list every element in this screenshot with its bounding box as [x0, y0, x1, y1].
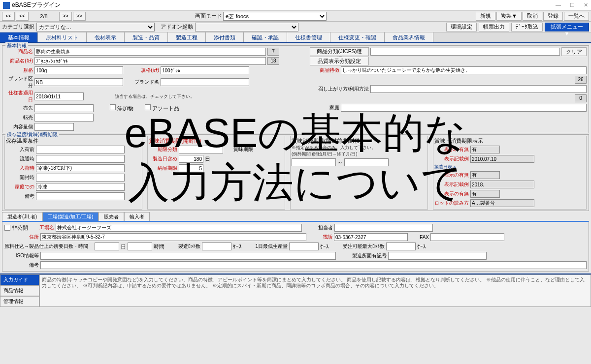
basic-legend: 基本情報	[5, 42, 28, 49]
class-input[interactable]	[370, 48, 560, 56]
make-from-input[interactable]	[179, 155, 203, 163]
tab-process[interactable]: 製造工程	[168, 32, 206, 42]
env-button[interactable]: 環境設定	[446, 23, 477, 31]
main-tabs: 基本情報 原材料リスト 包材表示 製造・品質 製造工程 添付書類 確認・承認 仕…	[0, 32, 591, 43]
private-checkbox[interactable]	[4, 225, 10, 231]
app-icon	[3, 2, 10, 9]
mid-legend: 賞味消費期限(開封前)	[149, 138, 201, 144]
home-input[interactable]	[36, 183, 125, 191]
product-kana-input[interactable]	[34, 57, 266, 65]
spec-input[interactable]	[34, 66, 123, 74]
cook-count: 0	[575, 94, 587, 102]
tab-spec[interactable]: 仕様書管理	[287, 32, 330, 42]
guide-text: 商品の特徴(キャッチコピーや開発意図など)を入力してください。商品の特徴、アピー…	[39, 274, 591, 307]
tab-ingredients[interactable]: 原材料リスト	[38, 32, 87, 42]
resale-input[interactable]	[34, 114, 94, 121]
person-input[interactable]	[334, 224, 433, 232]
tab-package[interactable]: 包材表示	[87, 32, 125, 42]
maker-tab-1[interactable]: 工場(製造/加工/工場)	[42, 212, 98, 221]
storage-note-input[interactable]	[36, 192, 125, 200]
tab-change[interactable]: 仕様変更・確認	[330, 32, 385, 42]
new-button[interactable]: 新規	[476, 12, 495, 21]
spec-label: 規格	[4, 67, 33, 74]
mode-label: 画面モード	[195, 12, 222, 20]
maker-tab-3[interactable]: 輸入者	[124, 212, 150, 221]
output-button[interactable]: 帳票出力	[479, 23, 509, 31]
maker-tab-0[interactable]: 製造者(JIL者)	[2, 212, 42, 221]
category-select[interactable]: カテゴリな…	[36, 23, 155, 31]
spec-kana-label: 規格(ｶﾅ)	[125, 67, 159, 74]
resale-label: 転売	[4, 114, 33, 121]
category-label: カテゴリ選択	[2, 23, 34, 30]
addr-input[interactable]	[40, 233, 306, 241]
toolbar: << << 2/8 >> >> 画面モード e芝-foocs 新規 複製▼ 取消…	[0, 11, 591, 22]
transit-input[interactable]	[36, 155, 125, 163]
before-input[interactable]	[36, 146, 125, 153]
copy-button[interactable]: 複製▼	[496, 12, 522, 21]
feature-input[interactable]	[341, 66, 587, 74]
list-button[interactable]: 一覧へ	[564, 12, 589, 21]
product-kana-label: 商品名(ｶﾅ)	[4, 58, 33, 64]
storage-group: 保存温度/賞味消費期限 保存温度条件 入荷前 流通時 入荷時 開封時 家庭での …	[2, 134, 589, 211]
brand-name-input[interactable]	[161, 78, 249, 86]
guide-tab-2[interactable]: 管理情報	[0, 296, 39, 307]
qty-label: 内容量個	[4, 123, 33, 130]
window-title: eBASEプラグイン	[12, 1, 61, 9]
exp-limit-input[interactable]	[179, 146, 223, 153]
fax-input[interactable]	[430, 233, 504, 241]
arrival-input[interactable]	[36, 164, 125, 172]
qty-input[interactable]	[34, 123, 74, 131]
nav-next[interactable]: >>	[59, 12, 72, 21]
guide-section: 入力ガイド 商品情報 管理情報 商品の特徴(キャッチコピーや開発意図など)を入力…	[0, 273, 591, 307]
maker-section: 製造者(JIL者) 工場(製造/加工/工場) 販売者 輸入者 非公開 工場名 担…	[2, 212, 589, 272]
close-icon[interactable]: ✕	[584, 2, 588, 8]
maker-tab-2[interactable]: 販売者	[98, 212, 124, 221]
maximize-icon[interactable]: ☐	[570, 2, 575, 8]
sale-input[interactable]	[34, 104, 94, 112]
tab-basic[interactable]: 基本情報	[0, 32, 38, 42]
check-note: 該当する場合は、チェックして下さい。	[115, 93, 195, 100]
nav-first[interactable]: <<	[2, 12, 15, 21]
sale-label: 売先	[4, 105, 33, 112]
nav-last[interactable]: >>	[73, 12, 86, 21]
range-legend: 賞味消費期限(開封前/開封後)	[292, 138, 361, 144]
tel-input[interactable]	[334, 233, 408, 241]
rt-legend: 賞味・消費期限表示	[434, 138, 483, 144]
tab-docs[interactable]: 添付書類	[206, 32, 244, 42]
assort-checkbox[interactable]	[145, 104, 151, 110]
brand-div-input[interactable]	[34, 78, 123, 86]
limit-input[interactable]	[179, 164, 203, 172]
register-button[interactable]: 登録	[543, 12, 563, 21]
class-button[interactable]: 商品分類(JICFS)選択	[310, 47, 369, 56]
titlebar: eBASEプラグイン — ☐ ✕	[0, 0, 591, 11]
factory-input[interactable]	[56, 224, 302, 232]
disp-setting-button[interactable]: 品質表示分類設定	[310, 57, 369, 65]
apply-date-input[interactable]	[34, 92, 84, 100]
brand-div-label: ブランド区分	[4, 75, 33, 89]
spec-kana-input[interactable]	[161, 66, 249, 74]
open-input[interactable]	[36, 174, 125, 182]
guide-tab-0[interactable]: 入力ガイド	[0, 274, 39, 285]
product-name-input[interactable]	[34, 48, 266, 56]
feature-count: 26	[575, 76, 587, 84]
addon-select[interactable]	[195, 23, 298, 31]
cook-input[interactable]	[370, 85, 587, 93]
mode-select[interactable]: e芝-foocs	[223, 12, 327, 21]
tab-approve[interactable]: 確認・承認	[244, 32, 287, 42]
tab-quality[interactable]: 製造・品質	[125, 32, 168, 42]
cook-label: 召し上がり方/利用方法	[310, 86, 369, 92]
product-name-label: 商品名	[4, 48, 33, 55]
clear-button[interactable]: クリア	[561, 47, 587, 56]
import-button[interactable]: ﾃﾞｰﾀ取込	[511, 23, 543, 31]
apply-date-label: 仕様書適用日	[4, 90, 33, 103]
house-input[interactable]	[341, 104, 587, 112]
cancel-button[interactable]: 取消	[523, 12, 542, 21]
nav-prev[interactable]: <<	[16, 12, 29, 21]
basic-group: 基本情報 商品名 7 商品名(ｶﾅ) 18 規格 規格(ｶﾅ) ブランド区分	[2, 45, 589, 133]
additive-checkbox[interactable]	[110, 104, 116, 110]
guide-tab-1[interactable]: 商品情報	[0, 285, 39, 296]
minimize-icon[interactable]: —	[556, 2, 561, 8]
product-name-count: 7	[267, 48, 279, 56]
tab-food[interactable]: 食品業界情報	[385, 32, 433, 42]
ext-menu-button[interactable]: 拡張メニュー▼	[545, 23, 589, 31]
